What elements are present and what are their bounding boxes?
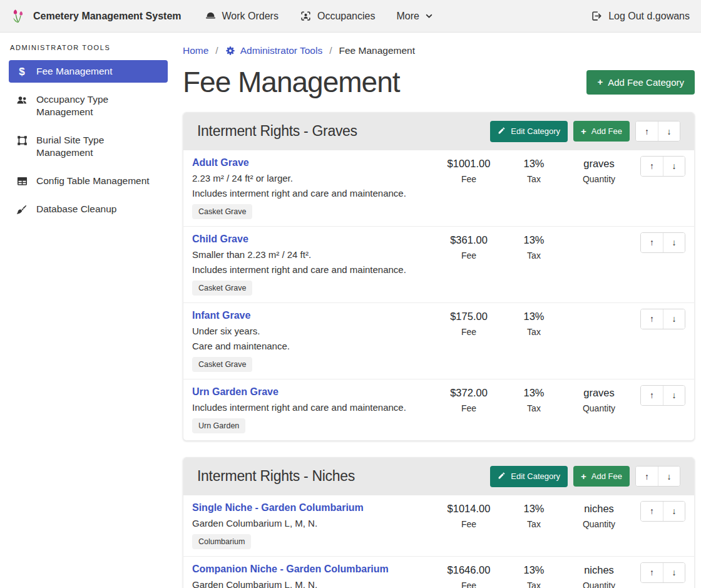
fee-reorder-buttons: ↑↓ xyxy=(640,385,685,406)
fee-label: Fee xyxy=(436,580,501,588)
page-title-row: Fee Management + Add Fee Category xyxy=(183,66,695,98)
sidebar-item-label: Occupancy Type Management xyxy=(36,93,159,118)
fee-name-link[interactable]: Companion Niche - Garden Columbarium xyxy=(192,564,389,575)
edit-category-label: Edit Category xyxy=(511,126,560,136)
fee-move-down-button[interactable]: ↓ xyxy=(663,563,685,582)
fee-type-badge: Casket Grave xyxy=(192,357,252,372)
fee-amount-column: $372.00Fee xyxy=(436,385,501,413)
fee-move-down-button[interactable]: ↓ xyxy=(663,386,685,405)
fee-row: Adult Grave2.23 m² / 24 ft² or larger.In… xyxy=(183,150,694,227)
edit-category-button[interactable]: Edit Category xyxy=(490,121,568,142)
fee-name-link[interactable]: Child Grave xyxy=(192,234,248,245)
fee-info: Adult Grave2.23 m² / 24 ft² or larger.In… xyxy=(192,156,436,219)
add-fee-button[interactable]: +Add Fee xyxy=(573,121,630,142)
fee-row: Urn Garden GraveIncludes interment right… xyxy=(183,379,694,440)
sidebar-item-occupancy-type-management[interactable]: Occupancy Type Management xyxy=(9,88,168,123)
fee-amount-column: $1014.00Fee xyxy=(436,501,501,529)
plus-icon: + xyxy=(581,473,586,480)
nav-more-menu[interactable]: More xyxy=(386,0,443,32)
tax-label: Tax xyxy=(501,327,566,337)
tax-value: 13% xyxy=(501,158,566,170)
fee-reorder-buttons: ↑↓ xyxy=(640,232,685,253)
tax-value: 13% xyxy=(501,311,566,322)
tax-value-column: 13%Tax xyxy=(501,309,566,337)
fee-reorder-buttons: ↑↓ xyxy=(640,501,685,522)
admin-sidebar: ADMINISTRATOR TOOLS $Fee ManagementOccup… xyxy=(0,33,175,227)
fee-type-badge: Urn Garden xyxy=(192,418,245,433)
sidebar-item-burial-site-type-management[interactable]: Burial Site Type Management xyxy=(9,129,168,164)
fee-move-up-button[interactable]: ↑ xyxy=(641,157,663,176)
plus-icon: + xyxy=(581,128,586,135)
breadcrumb-home-link[interactable]: Home xyxy=(183,45,208,56)
category-move-down-button[interactable]: ↓ xyxy=(658,121,680,141)
fee-move-up-button[interactable]: ↑ xyxy=(641,386,663,405)
edit-category-label: Edit Category xyxy=(511,472,560,481)
fee-move-down-button[interactable]: ↓ xyxy=(663,157,685,176)
quantity-value-column: gravesQuantity xyxy=(566,385,632,413)
fee-row: Single Niche - Garden ColumbariumGarden … xyxy=(183,495,694,557)
fee-description: Includes interment right and care and ma… xyxy=(192,188,431,199)
edit-category-button[interactable]: Edit Category xyxy=(490,466,568,487)
quantity-value-column: nichesQuantity xyxy=(566,562,632,588)
add-fee-category-label: Add Fee Category xyxy=(608,77,684,88)
fee-move-up-button[interactable]: ↑ xyxy=(641,233,663,252)
sidebar-item-fee-management[interactable]: $Fee Management xyxy=(9,60,168,83)
add-fee-category-button[interactable]: + Add Fee Category xyxy=(586,70,695,95)
tax-value-column: 13%Tax xyxy=(501,385,566,413)
add-fee-button[interactable]: +Add Fee xyxy=(573,466,630,487)
sidebar-item-label: Burial Site Type Management xyxy=(36,134,159,159)
fee-name-link[interactable]: Infant Grave xyxy=(192,310,250,321)
tax-value: 13% xyxy=(501,234,566,246)
top-navbar: Cemetery Management System Work Orders O… xyxy=(0,0,701,33)
fee-label: Fee xyxy=(436,327,501,337)
fee-category-card: Interment Rights - NichesEdit Category+A… xyxy=(183,457,695,588)
fee-move-up-button[interactable]: ↑ xyxy=(641,502,663,521)
category-move-down-button[interactable]: ↓ xyxy=(658,467,680,486)
breadcrumb: Home / Administrator Tool xyxy=(183,45,695,56)
breadcrumb-separator: / xyxy=(329,45,332,56)
category-reorder-buttons: ↑↓ xyxy=(635,466,680,487)
fee-move-down-button[interactable]: ↓ xyxy=(663,309,685,329)
fee-name-link[interactable]: Adult Grave xyxy=(192,157,249,168)
nav-occupancies[interactable]: Occupancies xyxy=(289,0,386,32)
logout-icon xyxy=(591,10,603,22)
category-header-actions: Edit Category+Add Fee↑↓ xyxy=(490,121,680,142)
fee-name-link[interactable]: Single Niche - Garden Columbarium xyxy=(192,502,364,513)
pencil-icon xyxy=(498,126,506,137)
add-fee-label: Add Fee xyxy=(591,126,622,136)
fee-move-down-button[interactable]: ↓ xyxy=(663,502,685,521)
quantity-value: graves xyxy=(566,158,632,170)
category-header-actions: Edit Category+Add Fee↑↓ xyxy=(490,466,680,487)
category-header: Interment Rights - NichesEdit Category+A… xyxy=(183,458,694,495)
fee-description: Garden Columbarium L, M, N. xyxy=(192,518,431,529)
hard-hat-icon xyxy=(205,10,217,22)
nav-occupancies-label: Occupancies xyxy=(317,11,376,22)
breadcrumb-current: Fee Management xyxy=(339,45,416,56)
sidebar-item-database-cleanup[interactable]: Database Cleanup xyxy=(9,198,168,221)
tulip-logo-icon xyxy=(11,8,28,24)
fee-name-link[interactable]: Urn Garden Grave xyxy=(192,386,279,398)
logout-button[interactable]: Log Out d.gowans xyxy=(591,10,690,22)
nav-work-orders-label: Work Orders xyxy=(222,11,279,22)
breadcrumb-admin-tools-link[interactable]: Administrator Tools xyxy=(225,45,323,56)
occupancy-badge-icon xyxy=(300,10,312,22)
quantity-value: niches xyxy=(566,564,632,576)
pencil-icon xyxy=(498,472,506,482)
fee-amount: $1001.00 xyxy=(436,158,501,170)
fee-move-down-button[interactable]: ↓ xyxy=(663,233,685,252)
fee-move-up-button[interactable]: ↑ xyxy=(641,563,663,582)
category-move-up-button[interactable]: ↑ xyxy=(636,121,658,141)
tax-label: Tax xyxy=(501,580,566,588)
tax-label: Tax xyxy=(501,403,566,413)
fee-label: Fee xyxy=(436,519,501,529)
sidebar-item-config-table-management[interactable]: Config Table Management xyxy=(9,170,168,192)
fee-label: Fee xyxy=(436,174,501,184)
nav-work-orders[interactable]: Work Orders xyxy=(194,0,289,32)
category-title: Interment Rights - Niches xyxy=(197,468,355,485)
fee-move-up-button[interactable]: ↑ xyxy=(641,309,663,329)
app-brand[interactable]: Cemetery Management System xyxy=(11,8,182,24)
tax-label: Tax xyxy=(501,250,566,260)
category-reorder-buttons: ↑↓ xyxy=(635,121,680,142)
quantity-value: graves xyxy=(566,387,632,399)
category-move-up-button[interactable]: ↑ xyxy=(636,467,658,486)
